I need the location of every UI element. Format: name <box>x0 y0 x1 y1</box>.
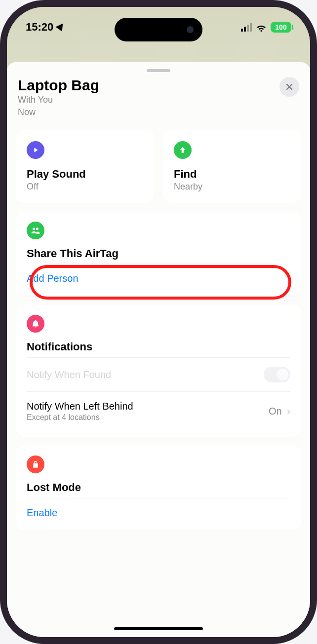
play-sound-status: Off <box>27 182 143 192</box>
item-time-status: Now <box>18 107 99 118</box>
share-section: Share This AirTag Add Person <box>16 212 301 296</box>
chevron-right-icon: › <box>287 405 290 418</box>
item-title: Laptop Bag <box>18 77 99 93</box>
status-time: 15:20 <box>26 21 53 34</box>
play-sound-tile[interactable]: Play Sound Off <box>16 130 154 203</box>
lock-icon <box>27 455 44 473</box>
bell-icon <box>27 315 44 333</box>
notify-found-label: Notify When Found <box>27 369 111 380</box>
notify-left-value: On <box>269 406 282 417</box>
arrow-up-icon <box>174 141 192 159</box>
add-person-button[interactable]: Add Person <box>27 264 290 290</box>
notify-found-toggle <box>264 367 290 382</box>
find-title: Find <box>174 168 290 181</box>
lost-mode-section: Lost Mode Enable <box>16 446 301 530</box>
location-icon <box>56 21 66 32</box>
play-sound-title: Play Sound <box>27 168 143 181</box>
find-status: Nearby <box>174 182 290 192</box>
close-button[interactable] <box>279 77 299 97</box>
lost-mode-title: Lost Mode <box>27 481 290 494</box>
notify-left-sub: Except at 4 locations <box>27 413 133 422</box>
notify-when-found-row: Notify When Found <box>27 357 290 391</box>
iphone-frame: 15:20 100 Laptop Bag With You Now <box>0 0 317 644</box>
cellular-icon <box>241 23 252 32</box>
close-icon <box>285 83 293 91</box>
wifi-icon <box>256 22 267 33</box>
battery-indicator: 100 <box>271 22 291 33</box>
item-detail-sheet: Laptop Bag With You Now Play Sound <box>7 62 310 637</box>
notify-left-behind-row[interactable]: Notify When Left Behind Except at 4 loca… <box>27 391 290 431</box>
lost-mode-enable-button[interactable]: Enable <box>27 507 57 519</box>
sheet-grabber[interactable] <box>147 69 170 72</box>
screen: 15:20 100 Laptop Bag With You Now <box>7 7 310 637</box>
notify-left-label: Notify When Left Behind <box>27 401 133 412</box>
play-icon <box>27 141 44 159</box>
home-indicator[interactable] <box>114 627 203 630</box>
notifications-section: Notifications Notify When Found Notify W… <box>16 305 301 437</box>
people-icon <box>27 222 44 239</box>
find-tile[interactable]: Find Nearby <box>163 130 301 203</box>
item-location-status: With You <box>18 94 99 106</box>
share-title: Share This AirTag <box>27 247 290 260</box>
notifications-title: Notifications <box>27 341 290 353</box>
dynamic-island <box>115 18 202 41</box>
